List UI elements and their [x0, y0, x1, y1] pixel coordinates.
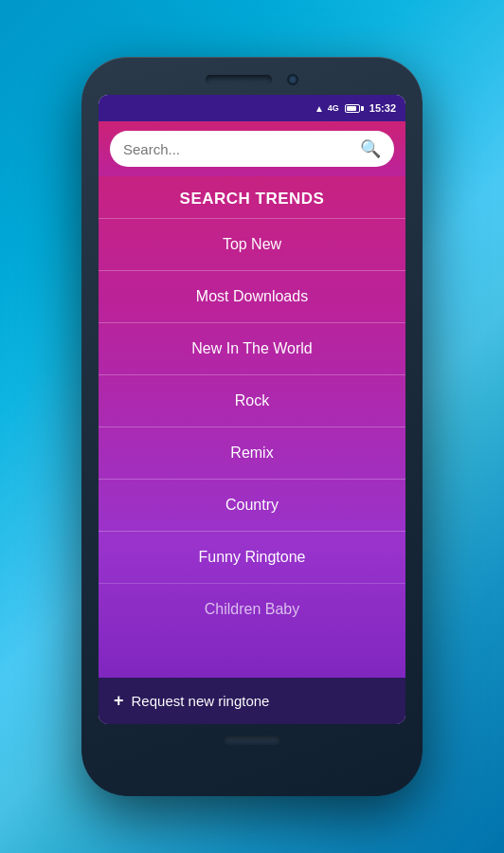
status-time: 15:32 — [369, 102, 396, 114]
status-bar: ▲ 4G 15:32 — [99, 95, 405, 121]
request-ringtone-label: Request new ringtone — [132, 693, 270, 709]
phone-top-bar — [99, 74, 405, 85]
section-title: SEARCH TRENDS — [99, 176, 405, 218]
search-input[interactable] — [123, 141, 352, 157]
menu-item-children-baby[interactable]: Children Baby — [99, 583, 405, 635]
menu-item-most-downloads[interactable]: Most Downloads — [99, 270, 405, 322]
search-icon[interactable]: 🔍 — [360, 138, 381, 159]
phone-body: ▲ 4G 15:32 — [81, 57, 423, 796]
search-bar-wrapper: 🔍 — [99, 121, 405, 176]
menu-item-funny-ringtone[interactable]: Funny Ringtone — [99, 531, 405, 583]
battery-icon — [345, 104, 364, 113]
wifi-icon: ▲ — [315, 103, 324, 114]
home-button — [224, 735, 280, 745]
status-icons: ▲ 4G 15:32 — [315, 102, 396, 114]
plus-icon: + — [114, 691, 124, 711]
menu-item-new-in-the-world[interactable]: New In The World — [99, 322, 405, 374]
menu-list: Top New Most Downloads New In The World … — [99, 218, 405, 678]
menu-item-top-new[interactable]: Top New — [99, 218, 405, 270]
search-bar[interactable]: 🔍 — [110, 131, 394, 167]
menu-item-country[interactable]: Country — [99, 479, 405, 531]
bottom-bar[interactable]: + Request new ringtone — [99, 678, 405, 724]
phone-device: ▲ 4G 15:32 — [81, 57, 423, 796]
phone-bottom — [99, 735, 405, 745]
menu-item-remix[interactable]: Remix — [99, 426, 405, 479]
front-camera — [287, 74, 298, 85]
4g-label: 4G — [328, 103, 339, 113]
menu-item-rock[interactable]: Rock — [99, 374, 405, 426]
top-speaker — [206, 75, 272, 84]
phone-screen: ▲ 4G 15:32 — [99, 95, 405, 724]
app-content: 🔍 SEARCH TRENDS Top New Most Downloads N… — [99, 121, 405, 724]
